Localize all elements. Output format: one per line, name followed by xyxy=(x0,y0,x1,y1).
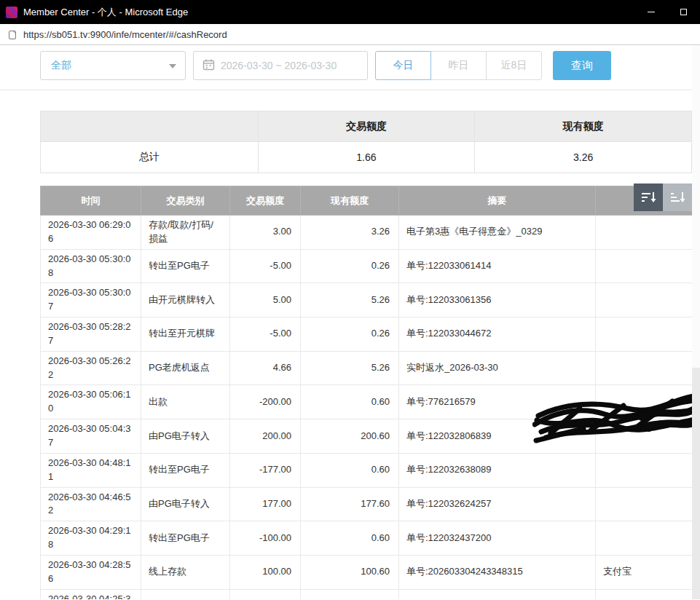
cell-remark xyxy=(596,216,693,250)
scrollbar[interactable] xyxy=(692,45,700,599)
header-summary: 摘要 xyxy=(399,186,596,216)
table-row: 2026-03-30 04:48:11转出至PG电子-177.000.60单号:… xyxy=(41,453,693,487)
cell-balance: 5.26 xyxy=(301,283,399,317)
maximize-button[interactable] xyxy=(667,0,700,24)
cell-summary: 单号:122032624257 xyxy=(399,487,596,521)
cell-remark xyxy=(596,283,693,317)
cell-summary: 单号:122032806839 xyxy=(399,419,596,454)
cell-type: 存款/取款/打码/损益 xyxy=(141,216,230,250)
cell-amount: -177.00 xyxy=(230,453,301,487)
cell-amount: 4.66 xyxy=(230,351,301,385)
table-row: 2026-03-30 05:06:10出款-200.000.60单号:77621… xyxy=(41,385,693,419)
cell-summary: 单号:122033061356 xyxy=(399,283,596,317)
table-row: 2026-03-30 04:25:34转出至PG电子-1.000.60单号:12… xyxy=(41,589,693,599)
chevron-down-icon xyxy=(169,64,176,68)
table-row: 2026-03-30 05:26:22PG老虎机返点4.665.26实时返水_2… xyxy=(41,351,693,385)
url-text[interactable]: https://sb051.tv:9900/infe/mcenter/#/cas… xyxy=(23,29,227,40)
table-row: 2026-03-30 05:30:08转出至PG电子-5.000.26单号:12… xyxy=(41,249,693,283)
page-content: 全部 2026-03-30 ~ 2026-03-30 xyxy=(0,45,700,599)
cell-balance: 3.26 xyxy=(301,216,399,250)
cell-type: 由开元棋牌转入 xyxy=(141,283,230,317)
address-bar[interactable]: https://sb051.tv:9900/infe/mcenter/#/cas… xyxy=(0,24,700,45)
category-select-value: 全部 xyxy=(51,59,71,72)
summary-total-amount: 1.66 xyxy=(258,142,475,173)
cell-balance: 0.26 xyxy=(301,317,399,352)
cell-time: 2026-03-30 05:26:22 xyxy=(41,351,141,385)
window-title: Member Center - 个人 - Microsoft Edge xyxy=(23,6,634,19)
sort-ascending-button[interactable] xyxy=(663,183,692,211)
today-button[interactable]: 今日 xyxy=(375,51,431,80)
cell-amount: -100.00 xyxy=(230,521,301,556)
cell-time: 2026-03-30 05:30:07 xyxy=(41,283,141,317)
cell-amount: -1.00 xyxy=(230,589,301,599)
cell-time: 2026-03-30 04:48:11 xyxy=(41,453,141,487)
cell-type: 转出至PG电子 xyxy=(141,453,230,487)
table-row: 2026-03-30 05:04:37由PG电子转入200.00200.60单号… xyxy=(41,419,693,454)
calendar-icon xyxy=(202,58,215,74)
cell-type: 线上存款 xyxy=(141,555,230,589)
search-button[interactable]: 查询 xyxy=(553,51,611,80)
cell-type: 转出至PG电子 xyxy=(141,521,230,556)
browser-window: Member Center - 个人 - Microsoft Edge http… xyxy=(0,0,700,600)
cell-time: 2026-03-30 04:46:52 xyxy=(41,487,141,521)
cell-balance: 0.60 xyxy=(301,521,399,556)
site-security-icon[interactable] xyxy=(7,28,17,40)
records-body: 2026-03-30 06:29:06存款/取款/打码/损益3.003.26电子… xyxy=(41,216,693,600)
sort-ascending-icon xyxy=(669,190,685,205)
cell-summary: 电子第3惠《电子得意金》_0329 xyxy=(399,216,596,250)
table-row: 2026-03-30 04:46:52由PG电子转入177.00177.60单号… xyxy=(41,487,693,521)
cell-balance: 177.60 xyxy=(301,487,399,521)
cell-amount: -5.00 xyxy=(230,317,301,352)
cell-amount: -200.00 xyxy=(230,385,301,419)
category-select[interactable]: 全部 xyxy=(40,51,186,80)
window-controls xyxy=(634,0,700,24)
cell-remark xyxy=(596,453,693,487)
cell-summary: 单号:122032394474 xyxy=(399,589,596,599)
cell-remark xyxy=(596,487,693,521)
cell-amount: 177.00 xyxy=(230,487,301,521)
cell-time: 2026-03-30 05:06:10 xyxy=(41,385,141,419)
cell-type: 转出至PG电子 xyxy=(141,589,230,599)
cell-remark xyxy=(596,589,693,599)
summary-header-row: 交易额度 现有额度 xyxy=(41,111,692,142)
cell-time: 2026-03-30 04:29:18 xyxy=(41,521,141,556)
records-header-row: 时间 交易类别 交易额度 现有额度 摘要 备注 xyxy=(41,186,693,216)
cell-summary: 单号:122033061414 xyxy=(399,249,596,283)
cell-amount: 200.00 xyxy=(230,419,301,454)
summary-header-amount: 交易额度 xyxy=(258,111,475,142)
sort-descending-icon xyxy=(640,190,656,205)
titlebar: Member Center - 个人 - Microsoft Edge xyxy=(0,0,700,24)
cell-amount: 5.00 xyxy=(230,283,301,317)
sort-descending-button[interactable] xyxy=(634,183,663,211)
minimize-button[interactable] xyxy=(634,0,667,24)
header-time: 时间 xyxy=(41,186,141,216)
cell-type: 转出至PG电子 xyxy=(141,249,230,283)
table-row: 2026-03-30 04:28:56线上存款100.00100.60单号:20… xyxy=(41,555,693,589)
cell-type: 由PG电子转入 xyxy=(141,419,230,454)
last8days-button[interactable]: 近8日 xyxy=(486,51,542,80)
cell-balance: 0.60 xyxy=(301,453,399,487)
header-type: 交易类别 xyxy=(141,186,230,216)
sort-controls xyxy=(634,183,692,211)
table-row: 2026-03-30 04:29:18转出至PG电子-100.000.60单号:… xyxy=(41,521,693,556)
cell-balance: 200.60 xyxy=(301,419,399,454)
summary-header-empty xyxy=(41,111,259,142)
cell-time: 2026-03-30 04:28:56 xyxy=(41,555,141,589)
cell-balance: 0.60 xyxy=(301,385,399,419)
header-balance: 现有额度 xyxy=(301,186,399,216)
scrollbar-track[interactable] xyxy=(692,368,700,599)
cell-type: 出款 xyxy=(141,385,230,419)
cell-summary: 单号:202603304243348315 xyxy=(399,555,596,589)
cell-remark: 支付宝 xyxy=(596,555,693,589)
cell-balance: 0.26 xyxy=(301,249,399,283)
divider xyxy=(0,90,700,90)
cell-summary: 单号:122032437200 xyxy=(399,521,596,556)
yesterday-button[interactable]: 昨日 xyxy=(430,51,487,80)
filter-bar: 全部 2026-03-30 ~ 2026-03-30 xyxy=(0,45,700,80)
date-range-input[interactable]: 2026-03-30 ~ 2026-03-30 xyxy=(193,51,368,80)
table-row: 2026-03-30 05:30:07由开元棋牌转入5.005.26单号:122… xyxy=(41,283,693,317)
cell-amount: -5.00 xyxy=(230,249,301,283)
cell-time: 2026-03-30 05:28:27 xyxy=(41,317,141,352)
cell-type: PG老虎机返点 xyxy=(141,351,230,385)
cell-type: 转出至开元棋牌 xyxy=(141,317,230,352)
